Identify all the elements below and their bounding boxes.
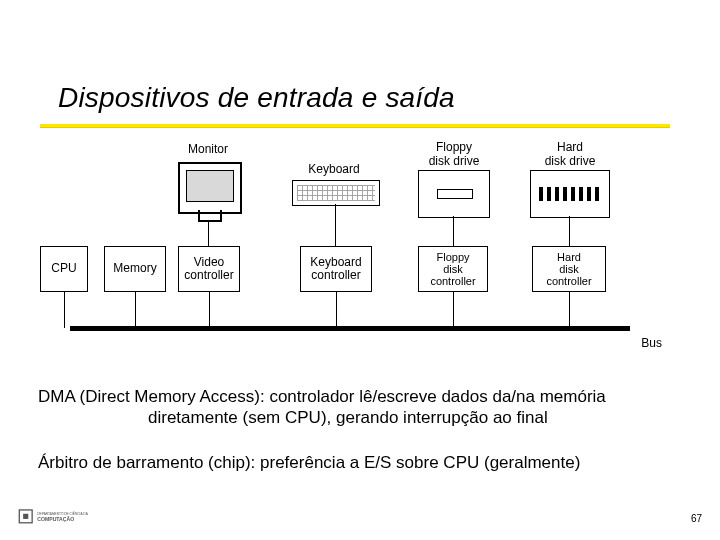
monitor-screen [186, 170, 234, 202]
box-floppy-ctrl: Floppy disk controller [418, 246, 488, 292]
monitor-icon [178, 162, 242, 214]
busline-cpu [64, 292, 65, 328]
paragraph-arbiter: Árbitro de barramento (chip): preferênci… [38, 452, 690, 473]
line-hdd [569, 216, 570, 246]
slide-title: Dispositivos de entrada e saída [58, 82, 455, 114]
label-keyboard: Keyboard [294, 162, 374, 176]
line-floppy [453, 216, 454, 246]
svg-text:DEPARTAMENTO DE CIÊNCIA DA: DEPARTAMENTO DE CIÊNCIA DA [37, 511, 88, 516]
paragraph-dma: DMA (Direct Memory Access): controlador … [38, 386, 690, 429]
monitor-stand [198, 210, 222, 222]
hdd-icon [530, 170, 610, 218]
busline-hdd [569, 292, 570, 328]
title-underline [40, 124, 670, 127]
label-monitor: Monitor [168, 142, 248, 156]
keyboard-icon [292, 180, 380, 206]
box-kbd-ctrl: Keyboard controller [300, 246, 372, 292]
bus-line [70, 326, 630, 331]
busline-video [209, 292, 210, 328]
io-diagram: Monitor Keyboard Floppy disk drive Hard … [70, 140, 660, 360]
ufmg-logo-icon: DEPARTAMENTO DE CIÊNCIA DA COMPUTAÇÃO [18, 506, 108, 528]
busline-memory [135, 292, 136, 328]
page-number: 67 [691, 513, 702, 524]
busline-kbd [336, 292, 337, 328]
line-monitor [208, 222, 209, 246]
box-video: Video controller [178, 246, 240, 292]
box-cpu: CPU [40, 246, 88, 292]
box-memory: Memory [104, 246, 166, 292]
floppy-slot [437, 189, 473, 199]
bus-label: Bus [641, 336, 662, 350]
paragraph-dma-line2: diretamente (sem CPU), gerando interrupç… [38, 407, 690, 428]
floppy-icon [418, 170, 490, 218]
svg-rect-1 [23, 514, 28, 519]
paragraph-dma-line1: DMA (Direct Memory Access): controlador … [38, 387, 606, 406]
label-floppy: Floppy disk drive [414, 140, 494, 168]
svg-text:COMPUTAÇÃO: COMPUTAÇÃO [37, 517, 74, 523]
busline-floppy [453, 292, 454, 328]
label-hdd: Hard disk drive [530, 140, 610, 168]
line-keyboard [335, 204, 336, 246]
hdd-grille [539, 187, 601, 201]
box-hdd-ctrl: Hard disk controller [532, 246, 606, 292]
footer-logo: DEPARTAMENTO DE CIÊNCIA DA COMPUTAÇÃO [18, 506, 108, 528]
